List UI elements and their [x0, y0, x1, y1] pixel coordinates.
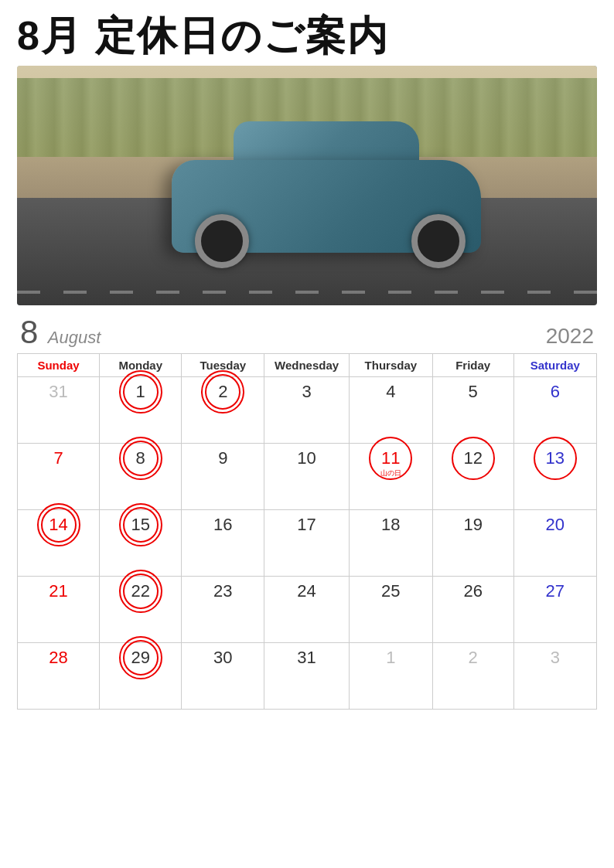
calendar-cell: 19 [432, 510, 513, 577]
page: 8月 定休日のご案内 8 August 2022 Sunday Monday T… [0, 0, 614, 868]
year-number: 2022 [546, 324, 594, 349]
calendar-table: Sunday Monday Tuesday Wednesday Thursday… [17, 353, 597, 710]
car-image [17, 66, 597, 305]
calendar-cell: 16 [182, 510, 264, 577]
calendar-cell: 3 [513, 643, 596, 710]
calendar-cell: 26 [432, 577, 513, 643]
calendar-cell: 31 [264, 643, 350, 710]
calendar-cell: 17 [264, 510, 350, 577]
calendar-cell: 24 [264, 577, 350, 643]
th-wednesday: Wednesday [264, 354, 350, 377]
calendar-cell: 12 [432, 444, 513, 510]
calendar-cell: 2 [432, 643, 513, 710]
th-sunday: Sunday [18, 354, 100, 377]
calendar-cell: 14 [18, 510, 100, 577]
calendar-cell: 25 [349, 577, 432, 643]
page-title: 8月 定休日のご案内 [17, 14, 597, 58]
month-header: 8 August 2022 [17, 316, 597, 349]
calendar-cell: 5 [432, 377, 513, 444]
calendar-cell: 13 [513, 444, 596, 510]
calendar-cell: 20 [513, 510, 596, 577]
calendar-cell: 2 [182, 377, 264, 444]
calendar-cell: 15 [100, 510, 182, 577]
month-name: August [48, 328, 101, 347]
calendar-cell: 9 [182, 444, 264, 510]
calendar-cell: 4 [349, 377, 432, 444]
calendar-cell: 10 [264, 444, 350, 510]
calendar-cell: 6 [513, 377, 596, 444]
calendar-cell: 8 [100, 444, 182, 510]
calendar-cell: 28 [18, 643, 100, 710]
th-friday: Friday [432, 354, 513, 377]
calendar-cell: 22 [100, 577, 182, 643]
month-number: 8 [20, 314, 38, 350]
calendar-cell: 23 [182, 577, 264, 643]
th-saturday: Saturday [513, 354, 596, 377]
calendar-cell: 18 [349, 510, 432, 577]
calendar-cell: 1 [349, 643, 432, 710]
calendar-cell: 21 [18, 577, 100, 643]
calendar-cell: 31 [18, 377, 100, 444]
calendar-cell: 29 [100, 643, 182, 710]
calendar-cell: 30 [182, 643, 264, 710]
th-thursday: Thursday [349, 354, 432, 377]
calendar-cell: 3 [264, 377, 350, 444]
calendar-cell: 7 [18, 444, 100, 510]
month-label: 8 August [20, 316, 101, 349]
calendar-cell: 27 [513, 577, 596, 643]
calendar-cell: 1 [100, 377, 182, 444]
calendar-cell: 11山の日 [349, 444, 432, 510]
